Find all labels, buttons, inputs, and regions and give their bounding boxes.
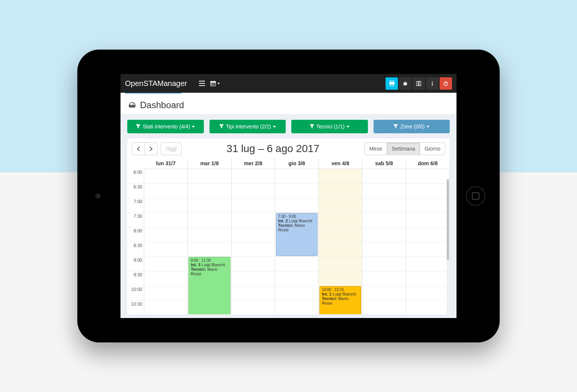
day-col-6[interactable] — [406, 169, 450, 314]
page-title: Dashboard — [140, 100, 184, 110]
time-axis: 6:006:307:007:308:008:309:009:3010:0010:… — [127, 169, 144, 314]
next-button[interactable] — [145, 142, 158, 155]
filter-bar: Stati intervento (4/4)Tipi intervento (2… — [121, 115, 456, 139]
svg-rect-8 — [213, 84, 214, 85]
time-label: 10:00 — [127, 286, 144, 301]
day-col-2[interactable] — [232, 169, 275, 314]
date-range: 31 lug – 6 ago 2017 — [182, 143, 365, 155]
view-switcher: Mese Settimana Giorno — [365, 142, 445, 155]
nav-buttons — [132, 142, 158, 155]
day-headers: lun 31/7mar 1/8mer 2/8gio 3/8ven 4/8sab … — [144, 159, 450, 169]
scrollbar-thumb[interactable] — [447, 179, 449, 260]
svg-rect-9 — [390, 81, 394, 82]
day-columns: 9:00 - 11:30 Int. 3 Luigi Bianchi Tecnic… — [144, 169, 450, 314]
svg-rect-14 — [432, 83, 433, 86]
filter-3[interactable]: Zone (0/0) — [374, 120, 450, 133]
view-week[interactable]: Settimana — [387, 142, 420, 155]
scrollbar[interactable] — [447, 179, 449, 314]
calendar-dropdown[interactable] — [210, 80, 221, 87]
bug-button[interactable] — [399, 77, 411, 90]
view-day[interactable]: Giorno — [420, 142, 445, 155]
svg-point-13 — [432, 81, 433, 82]
app-screen: OpenSTAManager — [121, 74, 456, 318]
time-label: 9:30 — [127, 271, 144, 286]
book-button[interactable] — [413, 77, 425, 90]
day-header-1: mar 1/8 — [188, 159, 231, 169]
day-col-4[interactable]: 10:00 - 13:15 Int. 1 Luigi Bianchi Tecni… — [319, 169, 362, 314]
day-header-6: dom 6/8 — [406, 159, 450, 169]
app-brand: OpenSTAManager — [125, 79, 187, 88]
filter-2[interactable]: Tecnici (1/1) — [291, 120, 368, 133]
time-label: 6:30 — [127, 184, 144, 198]
time-label: 6:00 — [127, 169, 144, 184]
day-header-3: gio 3/8 — [275, 159, 319, 169]
calendar-event[interactable]: 7:30 - 9:00 Int. 2 Luigi Bianchi Tecnici… — [276, 213, 318, 256]
svg-rect-7 — [211, 84, 212, 85]
svg-rect-2 — [212, 81, 212, 82]
dashboard-icon — [128, 101, 136, 109]
day-col-1[interactable]: 9:00 - 11:30 Int. 3 Luigi Bianchi Tecnic… — [188, 169, 231, 314]
day-header-2: mer 2/8 — [232, 159, 275, 169]
prev-button[interactable] — [132, 142, 145, 155]
svg-rect-4 — [211, 83, 212, 84]
day-header-5: sab 5/8 — [362, 159, 406, 169]
content-area: Dashboard Stati intervento (4/4)Tipi int… — [121, 93, 456, 318]
print-button[interactable] — [386, 77, 398, 90]
time-label: 7:30 — [127, 213, 144, 228]
time-label: 8:00 — [127, 228, 144, 242]
svg-rect-6 — [214, 83, 215, 84]
calendar-event[interactable]: 10:00 - 13:15 Int. 1 Luigi Bianchi Tecni… — [319, 286, 361, 314]
top-navbar: OpenSTAManager — [121, 74, 456, 93]
day-col-0[interactable] — [144, 169, 188, 314]
hamburger-icon[interactable] — [197, 81, 207, 86]
filter-0[interactable]: Stati intervento (4/4) — [127, 120, 204, 133]
day-header-0: lun 31/7 — [144, 159, 188, 169]
svg-point-12 — [404, 82, 407, 85]
time-label: 8:30 — [127, 242, 144, 257]
tablet-frame: OpenSTAManager — [77, 50, 500, 342]
view-month[interactable]: Mese — [365, 142, 387, 155]
calendar-event[interactable]: 9:00 - 11:30 Int. 3 Luigi Bianchi Tecnic… — [188, 257, 230, 314]
time-label: 7:00 — [127, 198, 144, 213]
svg-rect-5 — [213, 83, 214, 84]
page-header: Dashboard — [121, 94, 456, 115]
svg-rect-3 — [214, 81, 215, 82]
day-col-5[interactable] — [362, 169, 406, 314]
tablet-home-button[interactable] — [466, 186, 485, 206]
power-button[interactable] — [440, 77, 452, 90]
day-header-4: ven 4/8 — [319, 159, 362, 169]
filter-1[interactable]: Tipi intervento (2/2) — [209, 120, 286, 133]
calendar-grid[interactable]: 6:006:307:007:308:008:309:009:3010:0010:… — [127, 169, 450, 314]
calendar-toolbar: Oggi 31 lug – 6 ago 2017 Mese Settimana … — [127, 139, 450, 159]
time-label: 9:00 — [127, 257, 144, 271]
today-button[interactable]: Oggi — [161, 142, 182, 155]
tab-indicator — [121, 93, 456, 94]
svg-rect-1 — [211, 81, 216, 83]
day-col-3[interactable]: 7:30 - 9:00 Int. 2 Luigi Bianchi Tecnici… — [275, 169, 319, 314]
time-label: 10:30 — [127, 301, 144, 314]
calendar: Oggi 31 lug – 6 ago 2017 Mese Settimana … — [127, 139, 450, 314]
info-button[interactable] — [426, 77, 438, 90]
